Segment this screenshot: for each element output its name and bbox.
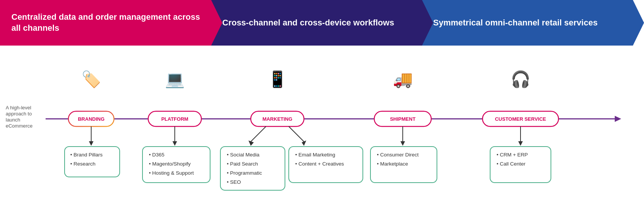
svg-marker-1	[615, 116, 621, 122]
svg-text:launch: launch	[6, 117, 20, 123]
svg-text:PLATFORM: PLATFORM	[161, 116, 188, 122]
svg-text:🏷️: 🏷️	[81, 70, 101, 89]
svg-text:BRANDING: BRANDING	[78, 116, 104, 122]
top-banners: Centralized data and order management ac…	[0, 0, 644, 46]
svg-marker-20	[172, 141, 177, 146]
svg-text:A high-level: A high-level	[6, 105, 31, 110]
svg-text:• Paid Search: • Paid Search	[227, 161, 258, 167]
banner-cross-channel: Cross-channel and cross-device workflows	[211, 0, 433, 46]
banner-2-text: Cross-channel and cross-device workflows	[222, 17, 394, 28]
svg-text:• Research: • Research	[70, 161, 95, 167]
svg-text:approach to: approach to	[6, 111, 32, 117]
svg-text:• Brand Pillars: • Brand Pillars	[70, 152, 103, 158]
svg-text:CUSTOMER SERVICE: CUSTOMER SERVICE	[495, 116, 546, 122]
svg-text:• Programmatic: • Programmatic	[227, 170, 262, 176]
svg-text:• Social Media: • Social Media	[227, 152, 259, 158]
svg-text:• Email Marketing: • Email Marketing	[295, 152, 335, 158]
banner-symmetrical: Symmetrical omni-channel retail services	[422, 0, 644, 46]
svg-line-31	[289, 126, 304, 142]
svg-marker-46	[400, 141, 405, 146]
svg-marker-55	[518, 141, 523, 146]
svg-text:SHIPMENT: SHIPMENT	[390, 116, 415, 122]
svg-text:🚚: 🚚	[393, 70, 413, 89]
svg-text:• Content + Creatives: • Content + Creatives	[295, 161, 344, 167]
svg-text:• SEO: • SEO	[227, 179, 241, 185]
diagram-svg: A high-level approach to launch eCommerc…	[0, 45, 644, 202]
svg-text:• Hosting & Support: • Hosting & Support	[149, 170, 194, 176]
svg-text:MARKETING: MARKETING	[263, 116, 293, 122]
svg-marker-11	[89, 141, 93, 146]
diagram: Centralized data and order management ac…	[0, 0, 644, 202]
banner-3-text: Symmetrical omni-channel retail services	[433, 17, 598, 28]
banner-centralized: Centralized data and order management ac…	[0, 0, 222, 46]
svg-text:💻: 💻	[165, 70, 185, 89]
svg-text:• Marketplace: • Marketplace	[377, 161, 408, 167]
svg-text:• Call Center: • Call Center	[497, 161, 526, 167]
svg-text:• CRM + ERP: • CRM + ERP	[497, 152, 528, 158]
svg-text:🎧: 🎧	[511, 70, 531, 89]
svg-text:• D365: • D365	[149, 152, 165, 158]
svg-line-29	[251, 126, 266, 142]
svg-text:• Magento/Shopify: • Magento/Shopify	[149, 161, 191, 167]
svg-text:eCommerce: eCommerce	[6, 123, 33, 129]
svg-text:📱: 📱	[267, 70, 288, 89]
banner-1-text: Centralized data and order management ac…	[11, 12, 211, 33]
svg-text:• Consumer Direct: • Consumer Direct	[377, 152, 419, 158]
